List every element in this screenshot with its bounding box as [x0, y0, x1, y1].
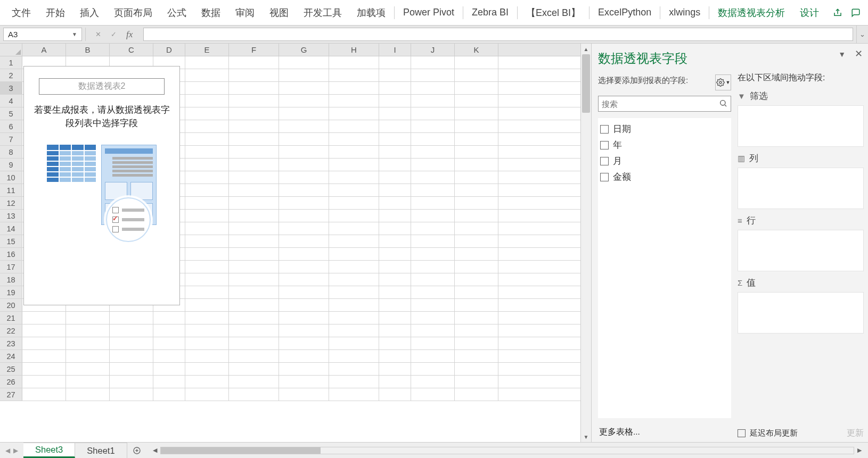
field-search-input[interactable] — [602, 99, 719, 109]
cell[interactable] — [379, 82, 411, 94]
ribbon-tab-xlwings[interactable]: xlwings — [661, 3, 708, 22]
cell[interactable] — [411, 133, 455, 145]
cell[interactable] — [329, 235, 379, 247]
cell[interactable] — [229, 82, 279, 94]
ribbon-tab-pivotanalyze[interactable]: 数据透视表分析 — [710, 2, 792, 23]
cell[interactable] — [379, 388, 411, 401]
cell[interactable] — [22, 388, 66, 401]
row-header[interactable]: 11 — [0, 184, 22, 196]
cell[interactable] — [455, 337, 498, 349]
fx-icon[interactable]: fx — [126, 29, 133, 40]
spreadsheet-grid[interactable]: ABCDEFGHIJK 1234567891011121314151617181… — [0, 44, 580, 442]
cancel-icon[interactable]: ✕ — [95, 30, 101, 38]
chevron-down-icon[interactable]: ▼ — [72, 31, 77, 37]
cell[interactable] — [329, 210, 379, 222]
cell[interactable] — [229, 69, 279, 81]
cell[interactable] — [185, 184, 229, 196]
cell[interactable] — [379, 350, 411, 362]
cell[interactable] — [455, 376, 498, 388]
cell[interactable] — [455, 171, 498, 184]
cell[interactable] — [229, 388, 279, 401]
cell[interactable] — [22, 363, 66, 375]
cell[interactable] — [329, 56, 379, 69]
cell[interactable] — [379, 235, 411, 247]
cell[interactable] — [411, 159, 455, 171]
cell[interactable] — [279, 376, 329, 388]
cell[interactable] — [379, 286, 411, 298]
formula-expand-icon[interactable]: ⌄ — [856, 26, 868, 43]
cell[interactable] — [411, 95, 455, 107]
cell[interactable] — [379, 120, 411, 132]
row-header[interactable]: 12 — [0, 197, 22, 209]
cell[interactable] — [455, 363, 498, 375]
cell[interactable] — [229, 120, 279, 132]
cell[interactable] — [455, 350, 498, 362]
cell[interactable] — [229, 222, 279, 235]
cell[interactable] — [153, 337, 185, 349]
cell[interactable] — [279, 261, 329, 273]
cell[interactable] — [455, 235, 498, 247]
cell[interactable] — [279, 82, 329, 94]
cell[interactable] — [455, 286, 498, 298]
gear-icon[interactable]: ▼ — [715, 74, 731, 90]
cell[interactable] — [110, 337, 153, 349]
confirm-icon[interactable]: ✓ — [111, 30, 117, 38]
cell[interactable] — [153, 376, 185, 388]
cell[interactable] — [379, 376, 411, 388]
cell[interactable] — [379, 133, 411, 145]
cell[interactable] — [455, 210, 498, 222]
cell[interactable] — [279, 171, 329, 184]
hscroll-thumb[interactable] — [161, 447, 321, 454]
cell[interactable] — [379, 312, 411, 324]
row-header[interactable]: 2 — [0, 69, 22, 81]
cell[interactable] — [455, 222, 498, 235]
cell[interactable] — [279, 197, 329, 209]
cell[interactable] — [279, 120, 329, 132]
cell[interactable] — [229, 235, 279, 247]
cell[interactable] — [455, 324, 498, 337]
cell[interactable] — [185, 159, 229, 171]
cell[interactable] — [279, 299, 329, 311]
cell[interactable] — [279, 312, 329, 324]
close-icon[interactable]: ✕ — [855, 48, 863, 60]
cell[interactable] — [229, 324, 279, 337]
scroll-left-icon[interactable]: ◀ — [150, 447, 160, 454]
cell[interactable] — [411, 107, 455, 120]
cell[interactable] — [455, 133, 498, 145]
cell[interactable] — [411, 235, 455, 247]
cell[interactable] — [279, 69, 329, 81]
column-header-I[interactable]: I — [379, 44, 411, 56]
cell[interactable] — [185, 337, 229, 349]
column-header-H[interactable]: H — [329, 44, 379, 56]
cell[interactable] — [411, 197, 455, 209]
cell[interactable] — [229, 107, 279, 120]
cell[interactable] — [153, 363, 185, 375]
ribbon-tab-view[interactable]: 视图 — [262, 2, 296, 23]
cell[interactable] — [411, 184, 455, 196]
ribbon-tab-addins[interactable]: 加载项 — [349, 2, 393, 23]
cell[interactable] — [329, 337, 379, 349]
cell[interactable] — [22, 376, 66, 388]
column-header-G[interactable]: G — [279, 44, 329, 56]
cell[interactable] — [455, 312, 498, 324]
cell[interactable] — [379, 56, 411, 69]
row-header[interactable]: 9 — [0, 159, 22, 171]
cell[interactable] — [279, 286, 329, 298]
values-zone[interactable]: Σ值 — [738, 277, 864, 334]
vertical-scrollbar[interactable]: ▲ ▼ — [580, 44, 591, 442]
field-search[interactable] — [598, 96, 731, 112]
cell[interactable] — [411, 222, 455, 235]
cell[interactable] — [279, 159, 329, 171]
ribbon-tab-insert[interactable]: 插入 — [72, 2, 107, 23]
cell[interactable] — [185, 107, 229, 120]
cell[interactable] — [379, 261, 411, 273]
cell[interactable] — [229, 146, 279, 158]
search-icon[interactable] — [719, 99, 727, 109]
cell[interactable] — [66, 376, 110, 388]
cell[interactable] — [185, 350, 229, 362]
sheet-nav-prev-icon[interactable]: ◀ — [5, 447, 10, 454]
row-header[interactable]: 7 — [0, 133, 22, 145]
cell[interactable] — [279, 56, 329, 69]
cell[interactable] — [329, 159, 379, 171]
cell[interactable] — [185, 388, 229, 401]
